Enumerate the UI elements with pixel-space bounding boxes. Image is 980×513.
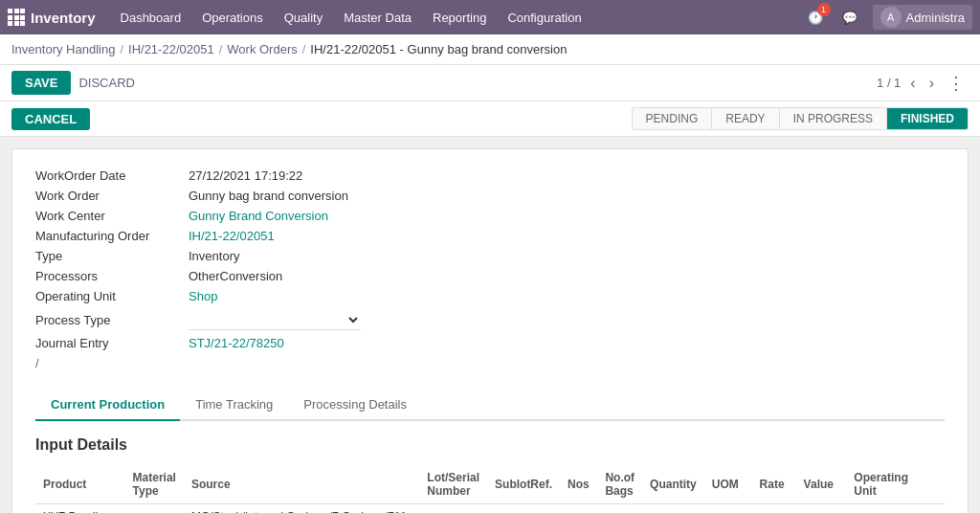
col-source: Source	[184, 465, 419, 504]
col-lot-serial: Lot/SerialNumber	[419, 465, 487, 504]
cell-no-of-bags: 20.00	[597, 504, 642, 514]
cell-sublot-ref: PM06-04	[487, 504, 560, 514]
col-value: Value	[796, 465, 847, 504]
breadcrumb: Inventory Handling / IH/21-22/02051 / Wo…	[0, 34, 980, 65]
col-no-of-bags: No.ofBags	[597, 465, 642, 504]
toolbar-right: 1 / 1 ‹ › ⋮	[877, 73, 969, 94]
status-bar: CANCEL PENDING READY IN PROGRESS FINISHE…	[0, 101, 980, 137]
label-work-order: Work Order	[35, 189, 189, 203]
main-menu: Dashboard Operations Quality Master Data…	[111, 7, 804, 29]
nav-master-data[interactable]: Master Data	[334, 7, 421, 29]
cell-uom: NOS	[704, 504, 752, 514]
chat-button[interactable]: 💬	[838, 6, 861, 29]
breadcrumb-sep-3: /	[302, 42, 306, 56]
table-header-row: Product MaterialType Source Lot/SerialNu…	[35, 465, 945, 504]
label-workorder-date: WorkOrder Date	[35, 168, 189, 183]
cell-operating-unit: Shop	[846, 504, 916, 514]
field-work-center: Work Center Gunny Brand Conversion	[35, 209, 945, 223]
tab-current-production[interactable]: Current Production	[35, 390, 180, 421]
nav-configuration[interactable]: Configuration	[498, 7, 590, 29]
form-slash: /	[35, 356, 945, 370]
col-rate: Rate	[752, 465, 796, 504]
cell-quantity: 20.000	[642, 504, 704, 514]
value-work-order: Gunny bag brand conversion	[189, 189, 348, 203]
more-options-button[interactable]: ⋮	[944, 73, 969, 94]
form-fields: WorkOrder Date 27/12/2021 17:19:22 Work …	[35, 168, 945, 370]
field-processors: Processors OtherConversion	[35, 269, 945, 283]
cell-material-type	[125, 504, 184, 514]
value-work-center[interactable]: Gunny Brand Conversion	[189, 209, 328, 223]
status-ready[interactable]: READY	[711, 107, 778, 130]
breadcrumb-ih-number[interactable]: IH/21-22/02051	[128, 42, 214, 56]
status-finished[interactable]: FINISHED	[886, 107, 969, 130]
save-button[interactable]: SAVE	[11, 71, 71, 95]
nav-dashboard[interactable]: Dashboard	[111, 7, 191, 29]
cell-value: 271.20	[796, 504, 847, 514]
cell-delete: 🗑	[916, 504, 945, 514]
nav-right: 🕐 1 💬 A Administra	[804, 5, 972, 30]
input-details-section: Input Details Product MaterialType Sourc…	[35, 436, 945, 513]
value-processors: OtherConversion	[189, 269, 282, 283]
cell-rate: 13.56	[752, 504, 796, 514]
field-journal-entry: Journal Entry STJ/21-22/78250	[35, 336, 945, 350]
tabs: Current Production Time Tracking Process…	[35, 390, 945, 421]
app-logo[interactable]: Inventory	[8, 9, 96, 26]
input-details-table-wrap: Product MaterialType Source Lot/SerialNu…	[35, 465, 945, 513]
field-operating-unit: Operating Unit Shop	[35, 289, 945, 303]
discard-button[interactable]: DISCARD	[78, 76, 135, 90]
process-type-select[interactable]	[189, 309, 361, 330]
user-menu-button[interactable]: A Administra	[873, 5, 972, 30]
label-journal-entry: Journal Entry	[35, 336, 189, 350]
notifications-badge: 1	[817, 3, 831, 16]
label-work-center: Work Center	[35, 209, 189, 223]
next-record-button[interactable]: ›	[925, 73, 938, 94]
value-workorder-date: 27/12/2021 17:19:22	[189, 168, 302, 183]
table-row: XYZ Bundle bag MG/Stock/Internal Godown/…	[35, 504, 945, 514]
col-quantity: Quantity	[642, 465, 704, 504]
form-card: WorkOrder Date 27/12/2021 17:19:22 Work …	[11, 148, 969, 513]
tab-time-tracking[interactable]: Time Tracking	[180, 390, 288, 421]
col-product: Product	[35, 465, 125, 504]
field-type: Type Inventory	[35, 249, 945, 263]
cell-lot-serial: PM06-04	[419, 504, 487, 514]
app-title: Inventory	[31, 10, 96, 26]
value-operating-unit[interactable]: Shop	[189, 289, 217, 303]
cancel-button[interactable]: CANCEL	[11, 108, 90, 130]
prev-record-button[interactable]: ‹	[906, 73, 919, 94]
cell-nos: 0.00	[560, 504, 597, 514]
nav-reporting[interactable]: Reporting	[423, 7, 496, 29]
field-workorder-date: WorkOrder Date 27/12/2021 17:19:22	[35, 168, 945, 183]
notifications-button[interactable]: 🕐 1	[804, 6, 827, 29]
field-manufacturing-order: Manufacturing Order IH/21-22/02051	[35, 229, 945, 243]
value-type: Inventory	[189, 249, 239, 263]
col-nos: Nos	[560, 465, 597, 504]
label-processors: Processors	[35, 269, 189, 283]
nav-quality[interactable]: Quality	[275, 7, 332, 29]
col-uom: UOM	[704, 465, 752, 504]
pagination-label: 1 / 1	[877, 76, 901, 90]
field-process-type: Process Type	[35, 309, 945, 330]
action-toolbar: SAVE DISCARD 1 / 1 ‹ › ⋮	[0, 65, 980, 101]
cell-source: MG/Stock/Internal Godown/7 Godown/PM God…	[184, 504, 419, 514]
status-steps: PENDING READY IN PROGRESS FINISHED	[632, 107, 969, 130]
grid-icon	[8, 9, 25, 26]
user-avatar: A	[880, 7, 902, 28]
label-process-type: Process Type	[35, 313, 189, 327]
chat-icon: 💬	[842, 11, 858, 25]
main-content: WorkOrder Date 27/12/2021 17:19:22 Work …	[0, 137, 980, 513]
nav-operations[interactable]: Operations	[192, 7, 273, 29]
breadcrumb-sep-2: /	[219, 42, 223, 56]
cell-product: XYZ Bundle bag	[35, 504, 125, 514]
top-navigation: Inventory Dashboard Operations Quality M…	[0, 0, 980, 34]
label-manufacturing-order: Manufacturing Order	[35, 229, 189, 243]
value-manufacturing-order[interactable]: IH/21-22/02051	[189, 229, 275, 243]
input-details-table: Product MaterialType Source Lot/SerialNu…	[35, 465, 945, 513]
breadcrumb-work-orders[interactable]: Work Orders	[227, 42, 297, 56]
status-pending[interactable]: PENDING	[632, 107, 712, 130]
tab-processing-details[interactable]: Processing Details	[288, 390, 422, 421]
user-name: Administra	[906, 11, 965, 25]
status-in-progress[interactable]: IN PROGRESS	[779, 107, 886, 130]
value-journal-entry[interactable]: STJ/21-22/78250	[189, 336, 284, 350]
col-sublot-ref: SublotRef.	[487, 465, 560, 504]
breadcrumb-inventory-handling[interactable]: Inventory Handling	[11, 42, 115, 56]
